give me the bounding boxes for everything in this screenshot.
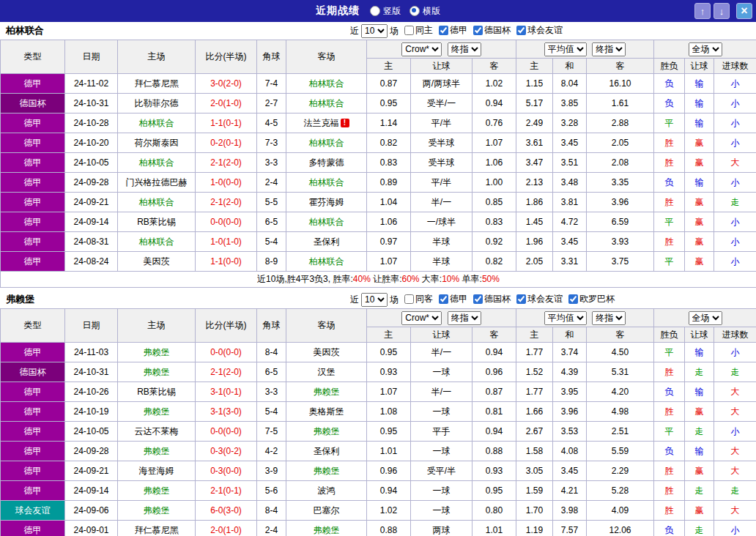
asia-away-odds-cell: 0.83 (472, 212, 516, 232)
filter-checkbox-input[interactable] (404, 294, 414, 304)
date-cell: 24-09-14 (65, 481, 118, 501)
scope-select[interactable]: 全场 (689, 311, 722, 325)
euro-odds-source-select[interactable]: 平均值 (544, 42, 587, 56)
corner-cell: 5-6 (257, 481, 286, 501)
euro-draw-odds-cell: 3.48 (553, 173, 587, 193)
euro-home-odds-cell: 3.61 (516, 133, 553, 153)
away-team-cell[interactable]: 奥格斯堡 (286, 402, 367, 422)
close-button[interactable]: × (736, 3, 752, 19)
scroll-down-button[interactable]: ↓ (714, 3, 730, 19)
away-team-cell[interactable]: 柏林联合 (286, 212, 367, 232)
asia-odds-time-select[interactable]: 终指 (448, 311, 481, 325)
scope-select[interactable]: 全场 (689, 42, 722, 56)
home-team-cell[interactable]: 云达不莱梅 (118, 422, 196, 442)
filter-checkbox[interactable]: 同主 (404, 24, 433, 37)
home-team-cell[interactable]: 柏林联合 (118, 193, 196, 212)
date-cell: 24-10-05 (65, 422, 118, 442)
euro-odds-source-select[interactable]: 平均值 (544, 311, 587, 325)
scroll-up-button[interactable]: ↑ (694, 3, 711, 19)
filter-checkbox[interactable]: 欧罗巴杯 (568, 293, 615, 305)
filter-checkbox-input[interactable] (473, 294, 483, 304)
col-asia-handicap: 让球 (411, 59, 472, 74)
away-team-cell[interactable]: 弗赖堡 (286, 422, 367, 442)
away-team-cell[interactable]: 柏林联合 (286, 252, 367, 272)
euro-odds-time-select[interactable]: 终指 (592, 42, 626, 56)
home-team-cell[interactable]: 柏林联合 (118, 232, 196, 252)
home-team-cell[interactable]: 荷尔斯泰因 (118, 133, 196, 153)
away-team-cell[interactable]: 弗赖堡 (286, 521, 367, 536)
home-team-cell[interactable]: 拜仁慕尼黑 (118, 521, 196, 536)
away-team-cell[interactable]: 法兰克福! (286, 113, 367, 133)
home-team-cell[interactable]: 弗赖堡 (118, 402, 196, 422)
filter-checkbox-input[interactable] (473, 26, 483, 35)
away-team-cell[interactable]: 汉堡 (286, 362, 367, 382)
filter-checkbox[interactable]: 同客 (404, 293, 433, 305)
handicap-result-cell: 输 (685, 382, 714, 402)
filter-checkbox[interactable]: 球会友谊 (516, 293, 563, 305)
league-type-cell: 德甲 (1, 442, 65, 461)
home-team-cell[interactable]: RB莱比锡 (118, 212, 196, 232)
filter-checkbox-input[interactable] (439, 294, 448, 304)
away-team-cell[interactable]: 柏林联合 (286, 94, 367, 113)
home-team-cell[interactable]: RB莱比锡 (118, 382, 196, 402)
section-header: 弗赖堡 近 10 场 同客德甲德国杯球会友谊欧罗巴杯 (0, 291, 756, 308)
home-team-cell[interactable]: 弗赖堡 (118, 481, 196, 501)
home-team-cell[interactable]: 弗赖堡 (118, 501, 196, 521)
asia-handicap-cell: 半球 (411, 252, 472, 272)
asia-home-odds-cell: 0.95 (367, 422, 411, 442)
home-team-cell[interactable]: 比勒菲尔德 (118, 94, 196, 113)
away-team-cell[interactable]: 圣保利 (286, 232, 367, 252)
euro-away-odds-cell: 2.88 (587, 113, 654, 133)
away-team-cell[interactable]: 波鸿 (286, 481, 367, 501)
away-team-cell[interactable]: 圣保利 (286, 442, 367, 461)
filter-checkbox[interactable]: 球会友谊 (516, 24, 563, 37)
filter-checkbox-input[interactable] (516, 294, 526, 304)
home-team-cell[interactable]: 弗赖堡 (118, 362, 196, 382)
filter-checkbox-input[interactable] (568, 294, 578, 304)
away-team-cell[interactable]: 柏林联合 (286, 74, 367, 94)
asia-odds-time-select[interactable]: 终指 (448, 42, 481, 56)
near-label: 近 (350, 294, 359, 306)
filter-checkbox-input[interactable] (439, 26, 448, 35)
filter-checkbox-input[interactable] (516, 26, 526, 35)
date-cell: 24-09-14 (65, 212, 118, 232)
away-team-cell[interactable]: 巴塞尔 (286, 501, 367, 521)
filter-checkbox-input[interactable] (404, 26, 414, 35)
away-team-cell[interactable]: 柏林联合 (286, 173, 367, 193)
asia-handicap-cell: 受平/半 (411, 461, 472, 481)
asia-odds-source-select[interactable]: Crow* (401, 42, 442, 56)
home-team-cell[interactable]: 海登海姆 (118, 461, 196, 481)
home-team-cell[interactable]: 拜仁慕尼黑 (118, 74, 196, 94)
filter-checkbox[interactable]: 德甲 (439, 24, 467, 37)
home-team-cell[interactable]: 美因茨 (118, 252, 196, 272)
asia-home-odds-cell: 0.95 (367, 94, 411, 113)
away-team-cell[interactable]: 美因茨 (286, 343, 367, 362)
asia-odds-source-select[interactable]: Crow* (401, 311, 442, 325)
away-team-cell[interactable]: 弗赖堡 (286, 461, 367, 481)
match-row: 德甲24-09-28门兴格拉德巴赫1-0(0-0)2-4柏林联合0.89平/半1… (1, 173, 756, 193)
result-cell: 胜 (654, 133, 685, 153)
layout-radio-horizontal[interactable]: 横版 (410, 5, 440, 18)
handicap-result-cell: 赢 (685, 153, 714, 173)
date-cell: 24-10-31 (65, 362, 118, 382)
home-team-cell[interactable]: 弗赖堡 (118, 343, 196, 362)
away-team-cell[interactable]: 弗赖堡 (286, 382, 367, 402)
away-team-cell[interactable]: 霍芬海姆 (286, 193, 367, 212)
euro-odds-time-select[interactable]: 终指 (592, 311, 626, 325)
col-euro-home: 主 (516, 59, 553, 74)
home-team-cell[interactable]: 门兴格拉德巴赫 (118, 173, 196, 193)
league-type-cell: 德甲 (1, 133, 65, 153)
result-cell: 负 (654, 94, 685, 113)
away-team-cell[interactable]: 柏林联合 (286, 133, 367, 153)
match-count-select[interactable]: 10 (361, 293, 388, 307)
result-cell: 负 (654, 521, 685, 536)
match-count-select[interactable]: 10 (361, 24, 388, 38)
filter-checkbox[interactable]: 德甲 (439, 293, 467, 305)
home-team-cell[interactable]: 柏林联合 (118, 113, 196, 133)
home-team-cell[interactable]: 柏林联合 (118, 153, 196, 173)
filter-checkbox[interactable]: 德国杯 (473, 293, 511, 305)
away-team-cell[interactable]: 多特蒙德 (286, 153, 367, 173)
filter-checkbox[interactable]: 德国杯 (473, 24, 511, 37)
layout-radio-vertical[interactable]: 竖版 (370, 5, 401, 18)
home-team-cell[interactable]: 弗赖堡 (118, 442, 196, 461)
